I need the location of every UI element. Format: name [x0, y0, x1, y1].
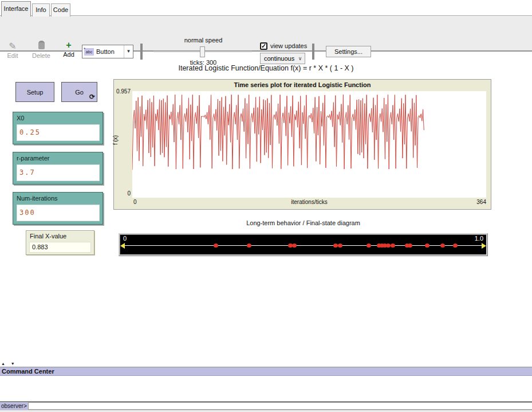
add-button-label: Add [63, 51, 74, 58]
plot-canvas [132, 91, 486, 198]
view-updates-checkbox[interactable]: ✓ [260, 42, 267, 50]
fs-max-label: 1.0 [475, 235, 483, 242]
input-label: X0 [17, 115, 24, 121]
tab-code[interactable]: Code [51, 3, 70, 17]
final-state-point [367, 244, 371, 248]
view-updates-label: view updates [270, 42, 307, 49]
tab-bar: Interface Info Code [0, 0, 532, 16]
speed-slider-label: normal speed [155, 37, 252, 44]
abc-icon: *abc [84, 48, 94, 56]
delete-button[interactable]: Delete [30, 41, 52, 59]
pencil-icon: ✎ [5, 41, 21, 52]
command-center-output [0, 376, 532, 401]
final-state-point [425, 244, 429, 248]
input-label: r-parameter [17, 155, 49, 162]
add-button[interactable]: + Add [60, 40, 77, 58]
command-center-resize-handles[interactable]: ▲ ▼ [1, 362, 17, 366]
axis-line [121, 245, 485, 246]
final-state-point [453, 244, 458, 248]
final-x-monitor: Final X-value 0.883 [26, 230, 94, 255]
widget-type-dropdown[interactable]: *abc Button ▼ [82, 45, 133, 58]
input-widget-num-iterations: Num-iterations 300 [13, 192, 103, 225]
right-arrow-icon [482, 243, 486, 249]
r-parameter-input-field[interactable]: 3.7 [17, 164, 100, 181]
toolbar-separator [312, 44, 314, 60]
y-axis-name: f (x) [112, 135, 119, 145]
monitor-value: 0.883 [29, 242, 91, 253]
x-axis-max-label: 364 [476, 199, 486, 205]
x-axis-name: iterations/ticks [132, 199, 486, 205]
delete-icon [30, 41, 52, 52]
x0-input-field[interactable]: 0.25 [17, 124, 100, 141]
edit-button-label: Edit [7, 52, 18, 59]
monitor-label: Final X-value [30, 233, 66, 240]
y-axis-max-label: 0.957 [114, 88, 131, 95]
final-state-point [440, 244, 445, 248]
model-title: Iterated Logistic Function/Equation f(x)… [0, 64, 532, 72]
final-state-point [214, 244, 218, 248]
command-input[interactable] [28, 402, 532, 410]
final-state-canvas: 0 1.0 [120, 235, 486, 254]
input-label: Num-iterations [17, 195, 58, 202]
time-series-plot: Time series plot for iterated Logistic F… [113, 79, 491, 210]
delete-button-label: Delete [32, 52, 50, 59]
time-series-line [132, 91, 486, 198]
tab-interface[interactable]: Interface [1, 1, 31, 17]
chevron-down-icon: ∨ [295, 56, 305, 61]
netlogo-window: Interface Info Code ✎ Edit Delete + Add … [0, 0, 532, 412]
command-center-title: Command Center [2, 368, 54, 375]
plot-title: Time series plot for iterated Logistic F… [114, 81, 491, 88]
final-state-point [247, 244, 251, 248]
setup-button-label: Setup [27, 89, 44, 96]
final-state-diagram: 0 1.0 [119, 233, 488, 256]
final-state-caption: Long-term behavior / Final-state diagram [119, 219, 488, 226]
forever-icon: ⟳ [89, 93, 95, 101]
window-bottom-strip [0, 410, 532, 412]
update-mode-value: continuous [261, 55, 295, 62]
final-state-point [408, 244, 412, 248]
edit-button[interactable]: ✎ Edit [5, 41, 21, 59]
final-state-point [391, 244, 395, 248]
num-iterations-input-field[interactable]: 300 [17, 205, 100, 221]
settings-button[interactable]: Settings... [326, 46, 371, 57]
x-axis-row: 0 iterations/ticks 364 [132, 199, 486, 208]
command-center-header: Command Center [0, 367, 532, 376]
tab-info[interactable]: Info [32, 3, 50, 17]
input-widget-x0: X0 0.25 [13, 112, 103, 144]
final-state-point [386, 244, 391, 248]
fs-min-label: 0 [123, 235, 127, 242]
toolbar: ✎ Edit Delete + Add *abc Button ▼ normal… [0, 17, 532, 52]
observer-prompt-label: observer> [0, 402, 28, 410]
update-mode-dropdown[interactable]: continuous ∨ [260, 53, 305, 64]
y-axis-min-label: 0 [114, 190, 131, 197]
go-button[interactable]: Go ⟳ [61, 82, 97, 102]
final-state-point [338, 244, 342, 248]
toolbar-separator [140, 44, 143, 60]
command-prompt-row: observer> [0, 402, 532, 410]
setup-button[interactable]: Setup [15, 82, 54, 102]
input-widget-r-parameter: r-parameter 3.7 [13, 152, 103, 185]
check-icon: ✓ [261, 42, 266, 49]
chevron-down-icon: ▼ [124, 45, 133, 58]
left-arrow-icon [120, 243, 125, 249]
go-button-label: Go [75, 89, 84, 96]
widget-type-value: Button [94, 48, 124, 55]
speed-slider-thumb[interactable] [200, 46, 205, 57]
plus-icon: + [60, 40, 77, 51]
final-state-point [292, 244, 297, 248]
